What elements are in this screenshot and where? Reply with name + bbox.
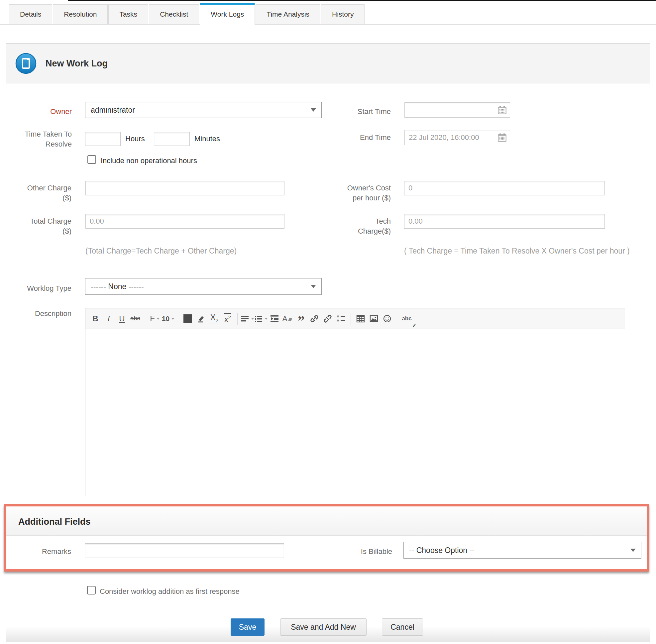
first-response-checkbox[interactable] — [87, 586, 96, 595]
indent-icon[interactable] — [268, 312, 281, 326]
subscript-icon[interactable]: X2 — [208, 312, 221, 326]
toolbar-separator — [350, 313, 351, 325]
highlight-icon[interactable] — [195, 312, 208, 326]
underline-icon[interactable]: U — [115, 312, 129, 326]
end-time-value: 22 Jul 2020, 16:00:00 — [409, 133, 479, 142]
tab-details[interactable]: Details — [9, 4, 52, 24]
quote-glyph: ” — [298, 318, 305, 324]
subscript-base: X — [210, 313, 216, 322]
window-top-edge — [68, 0, 656, 1]
font-color-icon[interactable] — [181, 312, 195, 326]
editor-toolbar: B I U abc F 10 X2 x2 — [85, 308, 625, 329]
first-response-label: Consider worklog addition as first respo… — [100, 586, 306, 597]
owners-cost-input[interactable] — [404, 181, 605, 196]
spellcheck-icon[interactable]: abc ✓ — [400, 312, 413, 326]
svg-text:A: A — [337, 319, 339, 323]
toolbar-separator — [397, 313, 397, 325]
tab-time-analysis[interactable]: Time Analysis — [255, 4, 320, 24]
remove-format-letter: A — [282, 314, 288, 323]
image-icon[interactable] — [367, 312, 381, 326]
end-time-input[interactable]: 22 Jul 2020, 16:00:00 — [404, 130, 510, 145]
superscript-digit: 2 — [228, 314, 231, 320]
spellcheck-text: abc — [402, 315, 411, 322]
hours-input[interactable] — [85, 132, 121, 146]
tab-tasks[interactable]: Tasks — [108, 4, 148, 24]
cancel-button[interactable]: Cancel — [382, 618, 423, 636]
other-charge-label: Other Charge ($) — [6, 183, 71, 203]
superscript-base: x — [224, 315, 228, 324]
additional-fields-body: Remarks Is Billable -- Choose Option -- — [6, 536, 647, 569]
tab-checklist[interactable]: Checklist — [149, 4, 199, 24]
table-icon[interactable] — [354, 312, 367, 326]
tech-charge-input — [404, 214, 605, 229]
tab-history[interactable]: History — [321, 4, 365, 24]
worklog-type-label: Worklog Type — [6, 283, 71, 294]
total-charge-input — [85, 214, 285, 229]
minutes-input[interactable] — [154, 132, 190, 146]
tab-work-logs[interactable]: Work Logs — [200, 3, 255, 25]
is-billable-value: -- Choose Option -- — [409, 546, 475, 555]
tech-charge-formula: ( Tech Charge = Time Taken To Resolve X … — [404, 246, 637, 256]
chevron-down-icon — [311, 285, 316, 288]
font-family-icon[interactable]: F — [148, 312, 161, 326]
emoji-icon[interactable] — [381, 312, 394, 326]
check-icon: ✓ — [412, 322, 417, 329]
font-size-icon[interactable]: 10 — [161, 312, 175, 326]
is-billable-select[interactable]: -- Choose Option -- — [403, 542, 641, 559]
end-time-label: End Time — [315, 133, 391, 142]
description-editor: B I U abc F 10 X2 x2 — [85, 308, 625, 496]
calendar-icon[interactable] — [497, 133, 507, 142]
additional-fields-section: Additional Fields Remarks Is Billable --… — [4, 504, 649, 572]
font-size-value: 10 — [162, 315, 169, 323]
other-charge-input[interactable] — [85, 181, 285, 196]
subscript-digit: 2 — [216, 317, 218, 323]
svg-text:A: A — [337, 314, 339, 319]
toolbar-separator — [145, 313, 145, 325]
is-billable-label: Is Billable — [319, 547, 392, 557]
bold-icon[interactable]: B — [89, 312, 102, 326]
save-and-add-new-button[interactable]: Save and Add New — [280, 618, 366, 636]
start-time-input[interactable] — [404, 102, 510, 118]
chevron-down-icon — [251, 318, 254, 320]
italic-icon[interactable]: I — [102, 312, 115, 326]
chevron-down-icon — [171, 318, 175, 320]
minutes-label: Minutes — [195, 134, 241, 144]
time-taken-label: Time Taken To Resolve — [6, 129, 72, 149]
strikethrough-icon[interactable]: abc — [129, 312, 142, 326]
work-log-page: Details Resolution Tasks Checklist Work … — [0, 0, 656, 644]
chevron-down-icon — [157, 318, 160, 320]
save-button[interactable]: Save — [231, 618, 265, 636]
total-charge-label: Total Charge ($) — [6, 216, 71, 236]
owner-label: Owner — [6, 107, 72, 117]
worklog-document-icon — [15, 53, 37, 74]
include-non-operational-checkbox[interactable] — [87, 155, 96, 164]
description-textarea[interactable] — [85, 329, 625, 496]
toolbar-separator — [237, 313, 237, 325]
chevron-down-icon — [265, 318, 268, 320]
color-swatch — [183, 314, 192, 323]
unlink-icon[interactable] — [321, 312, 334, 326]
remove-format-icon[interactable]: A — [281, 312, 294, 326]
panel-header: New Work Log — [6, 44, 650, 84]
remarks-input[interactable] — [85, 543, 284, 558]
worklog-type-select[interactable]: ------ None ------ — [85, 278, 322, 295]
tab-resolution[interactable]: Resolution — [53, 4, 108, 24]
additional-fields-title: Additional Fields — [18, 506, 91, 537]
calendar-icon[interactable] — [497, 105, 507, 115]
additional-fields-header: Additional Fields — [6, 506, 647, 536]
tech-charge-label: Tech Charge($) — [315, 216, 391, 236]
line-height-icon[interactable]: AA — [334, 312, 347, 326]
owner-select[interactable]: administrator — [85, 102, 322, 118]
description-label: Description — [6, 309, 71, 319]
owners-cost-label: Owner's Cost per hour ($) — [315, 183, 391, 203]
align-icon[interactable] — [241, 312, 254, 326]
link-icon[interactable] — [308, 312, 321, 326]
superscript-icon[interactable]: x2 — [221, 312, 234, 326]
tab-bar: Details Resolution Tasks Checklist Work … — [0, 3, 656, 25]
start-time-label: Start Time — [315, 107, 391, 117]
page-title: New Work Log — [46, 44, 108, 84]
list-icon[interactable] — [254, 312, 268, 326]
total-charge-formula: (Total Charge=Tech Charge + Other Charge… — [85, 246, 298, 256]
remarks-label: Remarks — [6, 547, 71, 557]
blockquote-icon[interactable]: ” — [294, 312, 308, 326]
